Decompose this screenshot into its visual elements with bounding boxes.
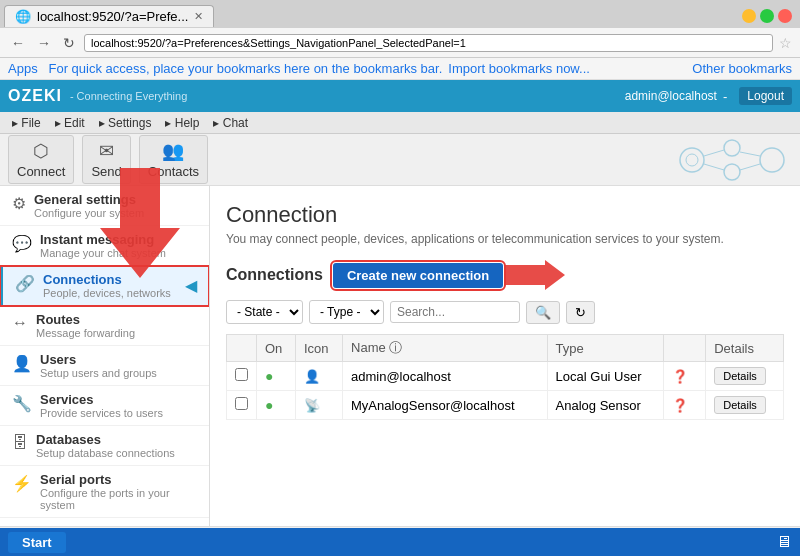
svg-point-2	[724, 140, 740, 156]
send-label: Send	[91, 164, 121, 179]
svg-line-4	[704, 150, 724, 156]
connections-icon: 🔗	[15, 274, 35, 293]
col-help	[664, 335, 706, 362]
toolbar-right	[672, 138, 792, 182]
window-close-btn[interactable]	[778, 9, 792, 23]
row2-details-btn[interactable]: Details	[714, 396, 766, 414]
connect-btn[interactable]: ⬡ Connect	[8, 135, 74, 184]
network-graphic	[672, 138, 792, 182]
row2-icon-cell: 📡	[295, 391, 342, 420]
serial-ports-sublabel: Configure the ports in your system	[40, 487, 197, 511]
services-label: Services	[40, 392, 163, 407]
type-filter[interactable]: - Type -	[309, 300, 384, 324]
connections-sublabel: People, devices, networks	[43, 287, 171, 299]
toolbar: ⬡ Connect ✉ Send 👥 Contacts	[0, 134, 800, 186]
bookmarks-text: Apps For quick access, place your bookma…	[8, 61, 442, 76]
sidebar-item-services[interactable]: 🔧 Services Provide services to users	[0, 386, 209, 426]
other-bookmarks-label: Other bookmarks	[692, 61, 792, 76]
instant-messaging-icon: 💬	[12, 234, 32, 253]
databases-icon: 🗄	[12, 434, 28, 452]
svg-marker-9	[505, 260, 565, 290]
row2-checkbox-cell[interactable]	[227, 391, 257, 420]
routes-icon: ↔	[12, 314, 28, 332]
bookmarks-bar: Apps For quick access, place your bookma…	[0, 58, 800, 80]
sidebar-item-routes[interactable]: ↔ Routes Message forwarding	[0, 306, 209, 346]
start-btn[interactable]: Start	[8, 532, 66, 553]
send-btn[interactable]: ✉ Send	[82, 135, 130, 184]
row1-help-icon[interactable]: ❓	[672, 369, 688, 384]
menu-settings[interactable]: ▸ Settings	[93, 115, 158, 131]
svg-line-8	[740, 164, 760, 170]
row1-checkbox-cell[interactable]	[227, 362, 257, 391]
menu-edit[interactable]: ▸ Edit	[49, 115, 91, 131]
import-bookmarks-link[interactable]: Import bookmarks now...	[448, 61, 590, 76]
back-btn[interactable]: ←	[8, 35, 28, 51]
row2-help-icon[interactable]: ❓	[672, 398, 688, 413]
row1-details-btn[interactable]: Details	[714, 367, 766, 385]
col-name: Name ⓘ	[343, 335, 548, 362]
window-controls	[742, 9, 796, 23]
forward-btn[interactable]: →	[34, 35, 54, 51]
connections-header: Connections Create new connection	[226, 260, 784, 290]
state-filter[interactable]: - State -	[226, 300, 303, 324]
table-row: ● 👤 admin@localhost Local Gui User ❓ Det…	[227, 362, 784, 391]
connections-table: On Icon Name ⓘ Type Details ● 👤 admin@lo…	[226, 334, 784, 420]
menu-file[interactable]: ▸ File	[6, 115, 47, 131]
sidebar: ⚙ General settings Configure your system…	[0, 186, 210, 526]
search-input[interactable]	[390, 301, 520, 323]
services-icon: 🔧	[12, 394, 32, 413]
sidebar-item-connections[interactable]: 🔗 Connections People, devices, networks …	[0, 266, 209, 306]
sidebar-item-users[interactable]: 👤 Users Setup users and groups	[0, 346, 209, 386]
search-btn[interactable]: 🔍	[526, 301, 560, 324]
contacts-btn[interactable]: 👥 Contacts	[139, 135, 208, 184]
bookmark-star-icon[interactable]: ☆	[779, 35, 792, 51]
row2-checkbox[interactable]	[235, 397, 248, 410]
databases-label: Databases	[36, 432, 175, 447]
reload-btn[interactable]: ↻	[60, 35, 78, 51]
menu-chat[interactable]: ▸ Chat	[207, 115, 254, 131]
row1-online-indicator: ●	[265, 368, 273, 384]
svg-point-6	[724, 164, 740, 180]
row1-on-cell: ●	[257, 362, 296, 391]
sidebar-item-instant-messaging[interactable]: 💬 Instant messaging Manage your chat sys…	[0, 226, 209, 266]
svg-point-1	[686, 154, 698, 166]
send-icon: ✉	[99, 140, 114, 162]
row2-on-cell: ●	[257, 391, 296, 420]
window-minimize-btn[interactable]	[742, 9, 756, 23]
sidebar-item-databases[interactable]: 🗄 Databases Setup database connections	[0, 426, 209, 466]
tab-close-btn[interactable]: ✕	[194, 10, 203, 23]
row1-checkbox[interactable]	[235, 368, 248, 381]
databases-sublabel: Setup database connections	[36, 447, 175, 459]
row1-type-cell: Local Gui User	[547, 362, 664, 391]
row2-details-cell: Details	[706, 391, 784, 420]
row1-name-cell: admin@localhost	[343, 362, 548, 391]
tab-title: localhost:9520/?a=Prefe...	[37, 9, 188, 24]
tab-favicon: 🌐	[15, 9, 31, 24]
browser-tab[interactable]: 🌐 localhost:9520/?a=Prefe... ✕	[4, 5, 214, 27]
address-input[interactable]	[84, 34, 773, 52]
window-maximize-btn[interactable]	[760, 9, 774, 23]
user-separator: -	[723, 89, 727, 104]
app-tagline: - Connecting Everything	[70, 90, 187, 102]
menu-help[interactable]: ▸ Help	[159, 115, 205, 131]
svg-line-5	[740, 152, 760, 156]
users-icon: 👤	[12, 354, 32, 373]
routes-label: Routes	[36, 312, 135, 327]
col-details: Details	[706, 335, 784, 362]
sidebar-item-general-settings[interactable]: ⚙ General settings Configure your system	[0, 186, 209, 226]
monitor-icon: 🖥	[776, 533, 792, 551]
page-description: You may connect people, devices, applica…	[226, 232, 784, 246]
create-new-connection-btn[interactable]: Create new connection	[333, 263, 503, 288]
arrow-to-button-icon	[505, 260, 565, 290]
connect-label: Connect	[17, 164, 65, 179]
filter-row: - State - - Type - 🔍 ↻	[226, 300, 784, 324]
contacts-icon: 👥	[162, 140, 184, 162]
content-area: Connection You may connect people, devic…	[210, 186, 800, 526]
sidebar-item-serial-ports[interactable]: ⚡ Serial ports Configure the ports in yo…	[0, 466, 209, 518]
svg-point-0	[680, 148, 704, 172]
col-checkbox	[227, 335, 257, 362]
general-settings-icon: ⚙	[12, 194, 26, 213]
logout-btn[interactable]: Logout	[739, 87, 792, 105]
app-logo: OZEKI	[8, 87, 62, 105]
refresh-btn[interactable]: ↻	[566, 301, 595, 324]
